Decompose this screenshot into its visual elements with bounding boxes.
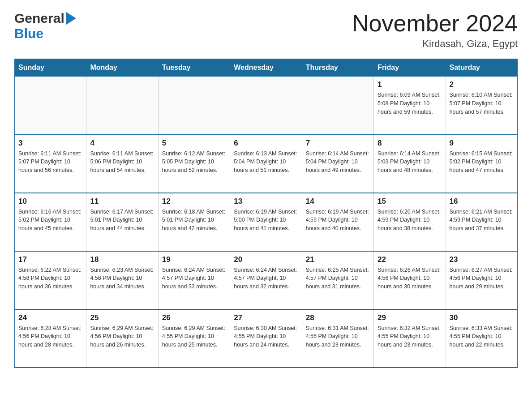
day-number: 21 bbox=[306, 255, 370, 264]
calendar-cell bbox=[15, 77, 86, 135]
calendar-cell: 23Sunrise: 6:27 AM Sunset: 4:56 PM Dayli… bbox=[446, 251, 517, 309]
day-number: 11 bbox=[90, 197, 154, 206]
day-number: 3 bbox=[18, 139, 82, 148]
day-number: 23 bbox=[450, 255, 514, 264]
day-info: Sunrise: 6:31 AM Sunset: 4:55 PM Dayligh… bbox=[306, 324, 370, 349]
day-info: Sunrise: 6:21 AM Sunset: 4:59 PM Dayligh… bbox=[450, 208, 514, 233]
logo-general-text: General bbox=[14, 11, 64, 26]
calendar-cell: 11Sunrise: 6:17 AM Sunset: 5:01 PM Dayli… bbox=[86, 193, 158, 251]
day-of-week-header: Thursday bbox=[302, 59, 373, 77]
calendar-week-row: 1Sunrise: 6:09 AM Sunset: 5:08 PM Daylig… bbox=[15, 77, 518, 135]
day-number: 25 bbox=[90, 313, 154, 322]
day-number: 28 bbox=[306, 313, 370, 322]
day-number: 13 bbox=[234, 197, 298, 206]
calendar-cell: 26Sunrise: 6:29 AM Sunset: 4:55 PM Dayli… bbox=[158, 309, 230, 368]
day-number: 16 bbox=[450, 197, 514, 206]
calendar-cell: 7Sunrise: 6:14 AM Sunset: 5:04 PM Daylig… bbox=[302, 135, 373, 193]
logo: General Blue bbox=[14, 11, 76, 41]
day-info: Sunrise: 6:14 AM Sunset: 5:04 PM Dayligh… bbox=[306, 150, 370, 175]
calendar-cell: 25Sunrise: 6:29 AM Sunset: 4:56 PM Dayli… bbox=[86, 309, 158, 368]
calendar-cell: 24Sunrise: 6:28 AM Sunset: 4:56 PM Dayli… bbox=[15, 309, 86, 368]
calendar-cell bbox=[230, 77, 302, 135]
day-info: Sunrise: 6:23 AM Sunset: 4:58 PM Dayligh… bbox=[90, 266, 154, 291]
day-number: 5 bbox=[162, 139, 226, 148]
calendar-cell: 3Sunrise: 6:11 AM Sunset: 5:07 PM Daylig… bbox=[15, 135, 86, 193]
day-of-week-header: Saturday bbox=[446, 59, 517, 77]
calendar-cell: 29Sunrise: 6:32 AM Sunset: 4:55 PM Dayli… bbox=[374, 309, 446, 368]
day-info: Sunrise: 6:30 AM Sunset: 4:55 PM Dayligh… bbox=[234, 324, 298, 349]
day-number: 12 bbox=[162, 197, 226, 206]
day-number: 1 bbox=[378, 80, 442, 89]
calendar-cell: 4Sunrise: 6:11 AM Sunset: 5:06 PM Daylig… bbox=[86, 135, 158, 193]
calendar-week-row: 3Sunrise: 6:11 AM Sunset: 5:07 PM Daylig… bbox=[15, 135, 518, 193]
calendar-cell: 17Sunrise: 6:22 AM Sunset: 4:58 PM Dayli… bbox=[15, 251, 86, 309]
calendar-cell: 2Sunrise: 6:10 AM Sunset: 5:07 PM Daylig… bbox=[446, 77, 517, 135]
day-info: Sunrise: 6:24 AM Sunset: 4:57 PM Dayligh… bbox=[162, 266, 226, 291]
day-number: 7 bbox=[306, 139, 370, 148]
calendar-cell bbox=[302, 77, 373, 135]
day-number: 24 bbox=[18, 313, 82, 322]
logo-blue-text: Blue bbox=[14, 26, 43, 41]
calendar-cell: 5Sunrise: 6:12 AM Sunset: 5:05 PM Daylig… bbox=[158, 135, 230, 193]
calendar-cell: 8Sunrise: 6:14 AM Sunset: 5:03 PM Daylig… bbox=[374, 135, 446, 193]
day-info: Sunrise: 6:10 AM Sunset: 5:07 PM Dayligh… bbox=[450, 91, 514, 116]
day-number: 19 bbox=[162, 255, 226, 264]
day-number: 2 bbox=[450, 80, 514, 89]
day-info: Sunrise: 6:11 AM Sunset: 5:07 PM Dayligh… bbox=[18, 150, 82, 175]
day-info: Sunrise: 6:17 AM Sunset: 5:01 PM Dayligh… bbox=[90, 208, 154, 233]
day-info: Sunrise: 6:20 AM Sunset: 4:59 PM Dayligh… bbox=[378, 208, 442, 233]
day-info: Sunrise: 6:14 AM Sunset: 5:03 PM Dayligh… bbox=[378, 150, 442, 175]
day-number: 15 bbox=[378, 197, 442, 206]
day-info: Sunrise: 6:25 AM Sunset: 4:57 PM Dayligh… bbox=[306, 266, 370, 291]
calendar-week-row: 24Sunrise: 6:28 AM Sunset: 4:56 PM Dayli… bbox=[15, 309, 518, 368]
day-info: Sunrise: 6:11 AM Sunset: 5:06 PM Dayligh… bbox=[90, 150, 154, 175]
day-info: Sunrise: 6:15 AM Sunset: 5:02 PM Dayligh… bbox=[450, 150, 514, 175]
calendar-cell: 16Sunrise: 6:21 AM Sunset: 4:59 PM Dayli… bbox=[446, 193, 517, 251]
title-block: November 2024 Kirdasah, Giza, Egypt bbox=[352, 11, 518, 50]
day-info: Sunrise: 6:13 AM Sunset: 5:04 PM Dayligh… bbox=[234, 150, 298, 175]
day-of-week-header: Sunday bbox=[15, 59, 86, 77]
day-info: Sunrise: 6:22 AM Sunset: 4:58 PM Dayligh… bbox=[18, 266, 82, 291]
day-number: 14 bbox=[306, 197, 370, 206]
calendar-cell: 13Sunrise: 6:19 AM Sunset: 5:00 PM Dayli… bbox=[230, 193, 302, 251]
day-info: Sunrise: 6:09 AM Sunset: 5:08 PM Dayligh… bbox=[378, 91, 442, 116]
day-of-week-header: Friday bbox=[374, 59, 446, 77]
day-info: Sunrise: 6:32 AM Sunset: 4:55 PM Dayligh… bbox=[378, 324, 442, 349]
calendar-header-row: SundayMondayTuesdayWednesdayThursdayFrid… bbox=[15, 59, 518, 77]
calendar-cell: 12Sunrise: 6:18 AM Sunset: 5:01 PM Dayli… bbox=[158, 193, 230, 251]
day-info: Sunrise: 6:19 AM Sunset: 4:59 PM Dayligh… bbox=[306, 208, 370, 233]
day-info: Sunrise: 6:16 AM Sunset: 5:02 PM Dayligh… bbox=[18, 208, 82, 233]
day-number: 4 bbox=[90, 139, 154, 148]
calendar-cell: 28Sunrise: 6:31 AM Sunset: 4:55 PM Dayli… bbox=[302, 309, 373, 368]
day-of-week-header: Monday bbox=[86, 59, 158, 77]
day-info: Sunrise: 6:24 AM Sunset: 4:57 PM Dayligh… bbox=[234, 266, 298, 291]
page-header: General Blue November 2024 Kirdasah, Giz… bbox=[14, 11, 518, 50]
day-info: Sunrise: 6:18 AM Sunset: 5:01 PM Dayligh… bbox=[162, 208, 226, 233]
day-number: 10 bbox=[18, 197, 82, 206]
month-title: November 2024 bbox=[352, 11, 518, 36]
day-number: 17 bbox=[18, 255, 82, 264]
calendar-cell: 30Sunrise: 6:33 AM Sunset: 4:55 PM Dayli… bbox=[446, 309, 517, 368]
day-info: Sunrise: 6:12 AM Sunset: 5:05 PM Dayligh… bbox=[162, 150, 226, 175]
day-info: Sunrise: 6:33 AM Sunset: 4:55 PM Dayligh… bbox=[450, 324, 514, 349]
calendar-table: SundayMondayTuesdayWednesdayThursdayFrid… bbox=[14, 59, 518, 368]
day-number: 6 bbox=[234, 139, 298, 148]
day-info: Sunrise: 6:27 AM Sunset: 4:56 PM Dayligh… bbox=[450, 266, 514, 291]
day-number: 27 bbox=[234, 313, 298, 322]
day-number: 30 bbox=[450, 313, 514, 322]
day-number: 22 bbox=[378, 255, 442, 264]
calendar-week-row: 17Sunrise: 6:22 AM Sunset: 4:58 PM Dayli… bbox=[15, 251, 518, 309]
day-number: 9 bbox=[450, 139, 514, 148]
day-of-week-header: Wednesday bbox=[230, 59, 302, 77]
day-number: 29 bbox=[378, 313, 442, 322]
calendar-cell: 9Sunrise: 6:15 AM Sunset: 5:02 PM Daylig… bbox=[446, 135, 517, 193]
calendar-cell: 19Sunrise: 6:24 AM Sunset: 4:57 PM Dayli… bbox=[158, 251, 230, 309]
day-info: Sunrise: 6:28 AM Sunset: 4:56 PM Dayligh… bbox=[18, 324, 82, 349]
day-of-week-header: Tuesday bbox=[158, 59, 230, 77]
day-info: Sunrise: 6:26 AM Sunset: 4:56 PM Dayligh… bbox=[378, 266, 442, 291]
logo-arrow-icon bbox=[65, 12, 76, 25]
calendar-cell bbox=[158, 77, 230, 135]
calendar-week-row: 10Sunrise: 6:16 AM Sunset: 5:02 PM Dayli… bbox=[15, 193, 518, 251]
calendar-cell: 10Sunrise: 6:16 AM Sunset: 5:02 PM Dayli… bbox=[15, 193, 86, 251]
calendar-cell: 6Sunrise: 6:13 AM Sunset: 5:04 PM Daylig… bbox=[230, 135, 302, 193]
